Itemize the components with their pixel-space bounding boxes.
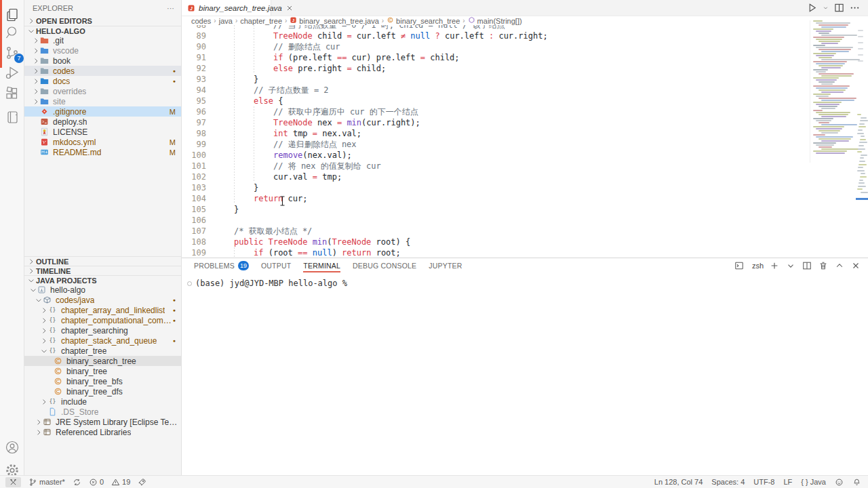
tree-item-chapter-searching[interactable]: {}chapter_searching [24, 325, 181, 336]
status-encoding[interactable]: UTF-8 [753, 478, 774, 486]
tree-item-binary-tree[interactable]: binary_tree [24, 366, 181, 376]
tree-item-binary-tree-dfs[interactable]: binary_tree_dfs [24, 386, 181, 396]
tree-item-include[interactable]: {}include [24, 396, 181, 407]
status-cursor-position[interactable]: Ln 128, Col 74 [654, 478, 703, 486]
more-actions-icon[interactable]: ··· [167, 4, 174, 12]
activity-accounts[interactable] [4, 439, 20, 455]
activity-extensions[interactable] [4, 85, 20, 102]
panel-tab-output[interactable]: OUTPUT [261, 258, 291, 273]
panel-tab-terminal[interactable]: TERMINAL [303, 258, 340, 273]
status-remote-indicator[interactable] [5, 477, 21, 487]
tree-item-binary-tree-bfs[interactable]: binary_tree_bfs [24, 376, 181, 386]
code-line-109[interactable]: 109if (root == null) return root; [182, 247, 808, 258]
code-line-90[interactable]: 90// 删除结点 cur [182, 41, 808, 52]
code-line-107[interactable]: 107/* 获取最小结点 */ [182, 226, 808, 237]
activity-source-control[interactable]: 7 [4, 45, 20, 61]
tree-item-binary-search-tree[interactable]: binary_search_tree [24, 356, 181, 366]
terminal-shell-button[interactable] [734, 261, 745, 271]
tab-binary-search-tree[interactable]: J binary_search_tree.java [182, 0, 271, 16]
new-terminal-button[interactable] [770, 261, 780, 271]
sidebar-item-vscode[interactable]: vscode [24, 45, 181, 56]
code-line-104[interactable]: 104return cur; [182, 193, 808, 204]
code-line-95[interactable]: 95else { [182, 96, 808, 106]
tree-item-chapter-tree[interactable]: {}chapter_tree [24, 346, 181, 356]
run-button[interactable] [807, 3, 817, 13]
sidebar-item--gitignore[interactable]: .gitignoreM [24, 106, 181, 117]
close-panel-button[interactable] [851, 261, 861, 271]
code-line-89[interactable]: 89TreeNode child = cur.left ≠ null ? cur… [182, 30, 808, 41]
sidebar-item-deploy-sh[interactable]: deploy.sh [24, 117, 181, 127]
breadcrumb-2[interactable]: chapter_tree [240, 17, 282, 25]
code-line-92[interactable]: 92else pre.right = child; [182, 63, 808, 74]
code-line-97[interactable]: 97TreeNode nex = min(cur.right); [182, 117, 808, 128]
run-dropdown-button[interactable] [823, 3, 829, 13]
panel-tab-problems[interactable]: PROBLEMS19 [194, 258, 249, 273]
status-indentation[interactable]: Spaces: 4 [711, 478, 745, 486]
tree-item-chapter-array-and-linkedlist[interactable]: {}chapter_array_and_linkedlist● [24, 305, 181, 315]
tree-item-chapter-stack-and-queue[interactable]: {}chapter_stack_and_queue● [24, 336, 181, 346]
sidebar-item-license[interactable]: LICENSE [24, 127, 181, 137]
status-errors[interactable]: 0 [89, 478, 104, 487]
activity-explorer[interactable] [4, 7, 20, 23]
terminal[interactable]: (base) jyd@JYD-MBP hello-algo % [182, 273, 868, 288]
kill-terminal-button[interactable] [818, 261, 829, 271]
breadcrumb-1[interactable]: java [219, 17, 233, 25]
status-notifications[interactable] [852, 478, 861, 487]
tree-item--ds-store[interactable]: .DS_Store [24, 407, 181, 417]
code-line-106[interactable]: 106 [182, 215, 808, 226]
code-line-91[interactable]: 91if (pre.left == cur) pre.left = child; [182, 52, 808, 63]
tree-item-jre-system-library-eclipse-temurin-17-17-[interactable]: JRE System Library [Eclipse Temurin 17 [… [24, 417, 181, 427]
status-git-sync[interactable] [73, 478, 81, 487]
code-line-100[interactable]: 100remove(nex.val); [182, 150, 808, 161]
open-editors-section[interactable]: OPEN EDITORS [24, 16, 181, 26]
code-line-98[interactable]: 98int tmp = nex.val; [182, 128, 808, 139]
sidebar-item-codes[interactable]: codes● [24, 66, 181, 76]
code-line-88[interactable]: 88// 当子结点数量 = 0 / 1 时, child = null / 该子… [182, 25, 808, 30]
status-language-mode[interactable]: { } Java [801, 478, 826, 486]
sidebar-item-site[interactable]: site [24, 96, 181, 106]
status-java-status[interactable] [138, 478, 146, 487]
code-area[interactable]: 88// 当子结点数量 = 0 / 1 时, child = null / 该子… [182, 25, 808, 258]
sidebar-item-book[interactable]: book [24, 56, 181, 66]
breadcrumb-4[interactable]: binary_search_tree [387, 16, 460, 25]
sidebar-item-docs[interactable]: docs● [24, 76, 181, 86]
code-line-94[interactable]: 94// 子结点数量 = 2 [182, 85, 808, 96]
tree-item-referenced-libraries[interactable]: Referenced Libraries [24, 427, 181, 437]
code-line-108[interactable]: 108public TreeNode min(TreeNode root) { [182, 237, 808, 247]
code-line-99[interactable]: 99// 递归删除结点 nex [182, 139, 808, 150]
panel-tab-debug-console[interactable]: DEBUG CONSOLE [353, 258, 416, 273]
sidebar-item--git[interactable]: .git [24, 35, 181, 45]
split-terminal-button[interactable] [802, 261, 812, 271]
breadcrumb-0[interactable]: codes [191, 17, 211, 25]
sidebar-item-mkdocs-yml[interactable]: mkdocs.ymlM [24, 137, 181, 147]
panel-tab-jupyter[interactable]: JUPYTER [429, 258, 462, 273]
terminal-dropdown-button[interactable] [786, 261, 796, 271]
tree-item-chapter-computational-complexity[interactable]: {}chapter_computational_complexity● [24, 315, 181, 325]
status-git-branch[interactable]: master* [28, 478, 65, 487]
activity-search[interactable] [4, 24, 20, 41]
code-line-105[interactable]: 105} [182, 204, 808, 215]
root-folder-section[interactable]: HELLO-ALGO [24, 26, 181, 35]
section-outline[interactable]: OUTLINE [24, 256, 181, 266]
status-eol[interactable]: LF [783, 478, 792, 486]
code-line-96[interactable]: 96// 获取中序遍历中 cur 的下一个结点 [182, 106, 808, 117]
status-feedback[interactable] [835, 478, 844, 487]
section-timeline[interactable]: TIMELINE [24, 266, 181, 275]
breadcrumb-5[interactable]: main(String[]) [468, 16, 522, 25]
split-editor-button[interactable] [834, 3, 844, 13]
tree-item-hello-algo[interactable]: hello-algo [24, 285, 181, 295]
maximize-panel-button[interactable] [835, 261, 845, 271]
sidebar-item-readme-md[interactable]: README.mdM [24, 147, 181, 157]
activity-run-debug[interactable] [4, 64, 20, 81]
status-warnings[interactable]: 19 [111, 478, 130, 487]
code-line-103[interactable]: 103} [182, 182, 808, 193]
sidebar-item-overrides[interactable]: overrides [24, 86, 181, 96]
code-line-93[interactable]: 93} [182, 74, 808, 85]
minimap[interactable] [810, 20, 856, 163]
code-line-102[interactable]: 102cur.val = tmp; [182, 171, 808, 182]
tree-item-codes-java[interactable]: codes/java● [24, 295, 181, 305]
section-java-projects[interactable]: JAVA PROJECTS [24, 275, 181, 285]
code-line-101[interactable]: 101// 将 nex 的值复制给 cur [182, 161, 808, 171]
activity-notebook[interactable] [4, 109, 20, 125]
breadcrumb-3[interactable]: Jbinary_search_tree.java [290, 16, 378, 25]
